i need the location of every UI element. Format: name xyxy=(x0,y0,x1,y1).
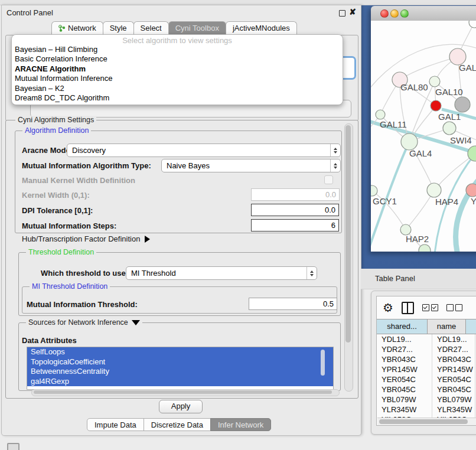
mi-threshold-label: Mutual Information Threshold: xyxy=(27,300,138,309)
kernel-width-field[interactable]: 0.0 xyxy=(251,188,340,201)
down-triangle-icon[interactable] xyxy=(132,320,140,325)
dropdown-item[interactable]: Dream8 DC_TDC Algorithm xyxy=(12,93,343,103)
scrollbar-thumb[interactable] xyxy=(321,350,325,376)
table-toolbar: ⚙ xyxy=(377,296,476,319)
table-row[interactable]: YBL079WYBL079W xyxy=(377,394,476,405)
tab-jactivemnodules[interactable]: jActiveMNodules xyxy=(226,21,297,34)
table-row[interactable]: YBR043CYBR043C xyxy=(377,354,476,364)
bottom-tab-discretize-data[interactable]: Discretize Data xyxy=(144,418,211,431)
minimize-traffic-light-icon[interactable] xyxy=(390,9,399,18)
network-node[interactable] xyxy=(401,133,418,150)
mi-type-label: Mutual Information Algorithm Type: xyxy=(22,161,151,170)
network-node[interactable] xyxy=(431,100,441,111)
table-row[interactable]: YPR145WYPR145W9. xyxy=(377,364,476,374)
network-node[interactable] xyxy=(468,146,476,161)
close-icon[interactable]: ✘ xyxy=(349,7,356,17)
table-cell: YBL079W xyxy=(377,394,432,405)
column-header[interactable]: name xyxy=(427,319,465,334)
table-cell: YER054C xyxy=(377,374,432,384)
attribute-item-selected[interactable]: SelfLoops xyxy=(27,347,333,357)
scrollbar-thumb[interactable] xyxy=(345,125,351,343)
tab-label: jActiveMNodules xyxy=(233,24,290,32)
dropdown-item[interactable]: Bayesian – Hill Climbing xyxy=(12,45,343,54)
sources-title: Sources for Network Inference xyxy=(26,318,142,327)
table-row[interactable]: YLR345WYLR345W9. xyxy=(377,405,476,415)
mi-threshold-definition-title: MI Threshold Definition xyxy=(30,282,110,291)
network-node[interactable] xyxy=(466,184,476,197)
tab-network[interactable]: Network xyxy=(51,21,103,34)
bottom-tab-infer-network[interactable]: Infer Network xyxy=(210,418,271,431)
zoom-traffic-light-icon[interactable] xyxy=(400,9,409,18)
network-node[interactable] xyxy=(376,110,385,119)
network-window-titlebar[interactable] xyxy=(371,6,476,21)
dropdown-item[interactable]: Bayesian – K2 xyxy=(12,84,343,93)
network-node[interactable] xyxy=(419,244,431,252)
attribute-item-selected[interactable]: BetweennessCentrality xyxy=(27,367,333,377)
node-label: SWI4 xyxy=(450,135,472,145)
algorithm-dropdown-popup: Select algorithm to view settings Bayesi… xyxy=(11,34,343,105)
dpi-tolerance-field[interactable]: 0.0 xyxy=(251,204,339,216)
network-view-window: GALGAL80GAL10GAL1GAL11SWI4GAL4GCY1HAP4YH… xyxy=(371,6,476,252)
which-threshold-select[interactable]: MI Threshold xyxy=(126,266,317,280)
mi-steps-field[interactable]: 6 xyxy=(251,219,339,231)
split-columns-icon[interactable] xyxy=(402,302,414,314)
unchecked-pair-icon[interactable] xyxy=(446,304,462,311)
scrollbar-thumb[interactable] xyxy=(34,390,332,394)
stepper-icon xyxy=(307,267,317,279)
attribute-item-selected[interactable]: gal4RGexp xyxy=(27,377,333,387)
aracne-mode-select[interactable]: Discovery xyxy=(67,144,341,157)
edge-path xyxy=(400,57,458,80)
network-canvas[interactable]: GALGAL80GAL10GAL1GAL11SWI4GAL4GCY1HAP4YH… xyxy=(371,21,476,252)
node-label: Y xyxy=(471,196,476,206)
table-row[interactable]: YBR045CYBR045C9. xyxy=(377,384,476,394)
bottom-tabs: Impute DataDiscretize DataInfer Network xyxy=(87,418,270,431)
mi-type-select[interactable]: Naive Bayes xyxy=(161,159,341,172)
checked-pair-icon[interactable] xyxy=(422,304,438,311)
tab-style[interactable]: Style xyxy=(103,21,134,34)
right-triangle-icon xyxy=(145,236,150,243)
table-row[interactable]: YER054CYER054C8. xyxy=(377,374,476,384)
list-scrollbar[interactable] xyxy=(320,348,325,385)
network-node[interactable] xyxy=(429,76,440,87)
mi-threshold-field[interactable]: 0.5 xyxy=(249,298,337,310)
table-row[interactable]: YDR27...YDR27...12 xyxy=(377,344,476,354)
table-horizontal-scrollbar[interactable] xyxy=(377,418,476,425)
network-node[interactable] xyxy=(427,183,441,197)
network-node[interactable] xyxy=(455,97,470,112)
bottom-tab-impute-data[interactable]: Impute Data xyxy=(87,418,144,431)
tab-cyni-toolbox[interactable]: Cyni Toolbox xyxy=(168,21,226,34)
dropdown-item[interactable]: Mutual Information Inference xyxy=(12,74,343,83)
dpi-tolerance-label: DPI Tolerance [0,1]: xyxy=(22,206,93,215)
table-cell: YBR043C xyxy=(377,354,432,364)
tab-select[interactable]: Select xyxy=(133,21,169,34)
column-header[interactable]: shared... xyxy=(377,319,427,334)
network-node[interactable] xyxy=(443,122,456,135)
float-window-icon[interactable] xyxy=(339,10,345,17)
control-panel-titlebar: Control Panel ✘ xyxy=(2,6,361,19)
scrollbar-thumb[interactable] xyxy=(379,419,468,424)
network-node[interactable] xyxy=(469,21,476,28)
table-cell: YER054C xyxy=(432,374,475,384)
node-label: HAP4 xyxy=(435,197,458,207)
mi-type-value: Naive Bayes xyxy=(162,161,330,170)
dropdown-item[interactable]: ARACNE Algorithm xyxy=(12,64,343,74)
table-panel-window: ⚙ shared...nameAYDL19...YDL19...13YDR27.… xyxy=(371,291,476,435)
manual-kernel-checkbox[interactable] xyxy=(324,175,333,184)
close-traffic-light-icon[interactable] xyxy=(380,9,389,18)
settings-horizontal-scrollbar[interactable] xyxy=(31,389,340,396)
settings-vertical-scrollbar[interactable] xyxy=(344,123,353,392)
hub-definition-expander[interactable]: Hub/Transcription Factor Definition xyxy=(22,234,150,243)
kernel-width-label: Kernel Width (0,1): xyxy=(22,191,90,200)
table-cell: YBR045C xyxy=(432,384,475,394)
dropdown-item[interactable]: Basic Correlation Inference xyxy=(12,54,343,64)
data-attributes-list[interactable]: SelfLoopsTopologicalCoefficientBetweenne… xyxy=(27,347,334,390)
sources-title-text: Sources for Network Inference xyxy=(28,318,128,327)
settings-gear-icon[interactable]: ⚙ xyxy=(383,302,393,314)
column-header[interactable]: A xyxy=(465,319,476,334)
tab-label: Style xyxy=(110,24,127,32)
table-cell: YLR345W xyxy=(377,405,432,415)
apply-button[interactable]: Apply xyxy=(159,400,203,413)
node-label: GAL xyxy=(459,63,476,73)
table-row[interactable]: YDL19...YDL19...13 xyxy=(377,334,476,344)
attribute-item-selected[interactable]: TopologicalCoefficient xyxy=(27,357,333,367)
